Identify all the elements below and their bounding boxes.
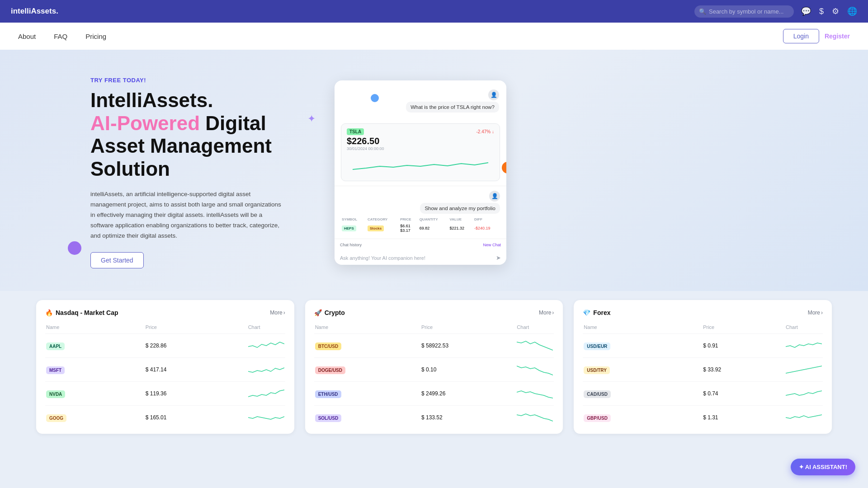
hero-chat-card: 👤 What is the price of TSLA right now? T…: [335, 80, 506, 265]
hero-text: TRY FREE TODAY! IntelliAssets. AI-Powere…: [90, 77, 307, 268]
col-diff: DIFF: [473, 216, 500, 222]
send-icon[interactable]: ➤: [496, 254, 501, 261]
hero-title-part1: IntelliAssets.: [90, 89, 213, 111]
price-usdtry: $ 33.92: [702, 358, 785, 382]
login-button[interactable]: Login: [783, 29, 819, 43]
search-wrapper: 🔍: [694, 5, 794, 18]
forex-more-link[interactable]: More ›: [808, 310, 823, 316]
nasdaq-icon: 🔥: [45, 309, 53, 316]
chat-history-bar: Chat history New Chat: [335, 239, 506, 251]
user-avatar: 👤: [488, 89, 499, 100]
portfolio-section: 👤 Show and analyze my portfolio SYMBOL C…: [335, 186, 506, 239]
portfolio-price: $6.61$3.17: [399, 222, 418, 234]
chat-history-label: Chat history: [340, 243, 362, 247]
stock-change: -2.47% ↓: [476, 129, 494, 134]
ticker-sol: SOL/USD: [315, 414, 341, 422]
price-cadusd: $ 0.74: [702, 382, 785, 406]
nasdaq-title: 🔥 Nasdaq - Market Cap: [45, 309, 118, 316]
forex-icon: 💎: [583, 309, 590, 316]
table-row: SOL/USD $ 133.52: [314, 406, 554, 430]
chat-input-row: Ask anything! Your AI companion here! ➤: [335, 251, 506, 265]
get-started-button[interactable]: Get Started: [90, 252, 144, 268]
nav-links: About FAQ Pricing: [18, 33, 765, 40]
ticker-usdeur: USD/EUR: [584, 343, 610, 350]
crypto-col-chart: Chart: [516, 323, 554, 334]
register-button[interactable]: Register: [825, 33, 850, 40]
price-msft: $ 417.14: [145, 358, 247, 382]
settings-icon[interactable]: ⚙: [832, 6, 839, 16]
chart-btc: [516, 334, 554, 358]
top-icons: 💬 $ ⚙ 🌐: [801, 6, 857, 16]
ticker-eth: ETH/USD: [315, 390, 341, 398]
ticker-btc: BTC/USD: [315, 343, 341, 350]
dollar-icon[interactable]: $: [819, 7, 824, 16]
stock-date: 30/01/2024 00:00:00: [347, 146, 494, 151]
portfolio-qty: 69.82: [419, 222, 449, 234]
orange-bubble-decoration: [502, 162, 506, 174]
portfolio-symbol: HEPS: [342, 225, 356, 231]
stock-price: $226.50: [347, 136, 494, 146]
crypto-more-link[interactable]: More ›: [539, 310, 554, 316]
market-grid: 🔥 Nasdaq - Market Cap More › Name Price …: [36, 300, 832, 434]
ticker-usdtry: USD/TRY: [584, 366, 610, 374]
portfolio-diff: -$240.19: [473, 222, 500, 234]
hero-section: TRY FREE TODAY! IntelliAssets. AI-Powere…: [0, 50, 868, 291]
price-usdeur: $ 0.91: [702, 334, 785, 358]
table-row: GOOG $ 165.01: [45, 406, 285, 430]
table-row: CAD/USD $ 0.74: [583, 382, 823, 406]
col-value: VALUE: [449, 216, 473, 222]
portfolio-value: $221.32: [449, 222, 473, 234]
top-navbar: intelliAssets. 🔍 💬 $ ⚙ 🌐: [0, 0, 868, 23]
ticker-goog: GOOG: [46, 414, 66, 422]
ticker-aapl: AAPL: [46, 343, 65, 350]
ai-assistant-button[interactable]: ✦ AI ASSISTANT!: [791, 459, 855, 475]
nasdaq-more-link[interactable]: More ›: [270, 310, 285, 316]
ticker-gbpusd: GBP/USD: [584, 414, 611, 422]
chat-message-1: 👤 What is the price of TSLA right now?: [342, 89, 499, 113]
market-section: 🔥 Nasdaq - Market Cap More › Name Price …: [0, 291, 868, 452]
ticker-doge: DOGE/USD: [315, 366, 345, 374]
ticker-nvda: NVDA: [46, 390, 65, 398]
hero-title-ai: AI-Powered: [90, 112, 200, 134]
chart-gbpusd: [785, 406, 823, 430]
price-doge: $ 0.10: [420, 358, 516, 382]
price-btc: $ 58922.53: [420, 334, 516, 358]
chat-message-2: 👤 Show and analyze my portfolio: [341, 191, 500, 214]
forex-title: 💎 Forex: [583, 309, 610, 316]
crypto-card: 🚀 Crypto More › Name Price Chart: [305, 300, 563, 434]
price-nvda: $ 119.36: [145, 382, 247, 406]
chat-icon[interactable]: 💬: [801, 6, 811, 16]
table-row: DOGE/USD $ 0.10: [314, 358, 554, 382]
new-chat-button[interactable]: New Chat: [483, 243, 501, 247]
nav-link-pricing[interactable]: Pricing: [85, 33, 106, 40]
nasdaq-col-name: Name: [45, 323, 145, 334]
ticker-cadusd: CAD/USD: [584, 390, 611, 398]
logo: intelliAssets.: [11, 7, 687, 16]
chart-nvda: [247, 382, 285, 406]
user-avatar-2: 👤: [489, 191, 500, 202]
chart-usdeur: [785, 334, 823, 358]
stock-info-card: TSLA -2.47% ↓ $226.50 30/01/2024 00:00:0…: [341, 123, 500, 181]
table-row: NVDA $ 119.36: [45, 382, 285, 406]
col-price: PRICE: [399, 216, 418, 222]
nasdaq-table: Name Price Chart AAPL $ 228.86 MSFT: [45, 323, 285, 429]
nav-link-faq[interactable]: FAQ: [54, 33, 67, 40]
nasdaq-col-chart: Chart: [247, 323, 285, 334]
price-eth: $ 2499.26: [420, 382, 516, 406]
hero-description: intelliAssets, an artificial intelligenc…: [90, 189, 285, 241]
crypto-header: 🚀 Crypto More ›: [314, 309, 554, 316]
forex-table: Name Price Chart USD/EUR $ 0.91 USD/T: [583, 323, 823, 429]
secondary-navbar: About FAQ Pricing Login Register: [0, 23, 868, 50]
nav-link-about[interactable]: About: [18, 33, 36, 40]
portfolio-row: HEPS Stocks $6.61$3.17 69.82 $221.32 -$2…: [341, 222, 500, 234]
table-row: USD/TRY $ 33.92: [583, 358, 823, 382]
nasdaq-col-price: Price: [145, 323, 247, 334]
translate-icon[interactable]: 🌐: [847, 6, 857, 16]
table-row: USD/EUR $ 0.91: [583, 334, 823, 358]
crypto-table: Name Price Chart BTC/USD $ 58922.53 D: [314, 323, 554, 429]
nasdaq-card: 🔥 Nasdaq - Market Cap More › Name Price …: [36, 300, 294, 434]
search-input[interactable]: [694, 5, 794, 18]
chat-bubble-2: Show and analyze my portfolio: [420, 203, 500, 214]
portfolio-table: SYMBOL CATEGORY PRICE QUANTITY VALUE DIF…: [341, 216, 500, 234]
table-row: MSFT $ 417.14: [45, 358, 285, 382]
